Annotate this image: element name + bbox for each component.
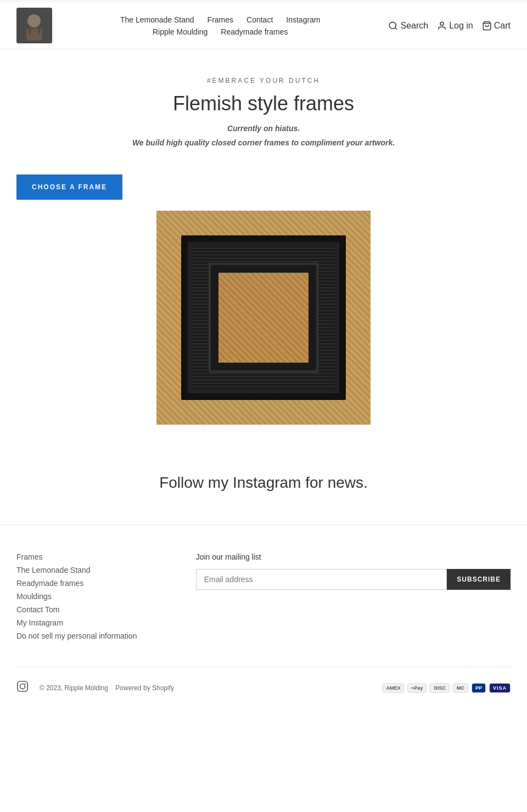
email-input[interactable] xyxy=(196,569,447,590)
main-nav: The Lemonade Stand Frames Contact Instag… xyxy=(120,15,321,36)
footer-grid: Frames The Lemonade Stand Readymade fram… xyxy=(16,552,511,645)
svg-point-1 xyxy=(27,14,41,27)
nav-link-lemonade-stand[interactable]: The Lemonade Stand xyxy=(120,15,194,24)
frame-visual-container xyxy=(181,235,346,400)
instagram-title: Follow my Instagram for news. xyxy=(16,474,511,492)
login-button[interactable]: Log in xyxy=(437,21,473,31)
footer-brand-link[interactable]: Ripple Molding xyxy=(65,684,108,692)
nav-link-readymade-frames[interactable]: Readymade frames xyxy=(221,27,288,36)
footer-link-lemonade-stand[interactable]: The Lemonade Stand xyxy=(16,566,174,574)
hero-title: Flemish style frames xyxy=(16,92,511,115)
login-label: Log in xyxy=(449,21,473,31)
payment-amex: AMEX xyxy=(382,683,404,693)
footer-bottom-left: © 2023, Ripple Molding Powered by Shopif… xyxy=(16,680,174,695)
footer-link-frames[interactable]: Frames xyxy=(16,552,174,561)
payment-discover: DISC xyxy=(430,683,450,693)
cart-button[interactable]: Cart xyxy=(482,21,511,31)
svg-point-6 xyxy=(440,22,444,25)
logo-area[interactable] xyxy=(16,8,52,43)
nav-link-frames[interactable]: Frames xyxy=(208,15,233,24)
footer-mailing-col: Join our mailing list SUBSCRIBE xyxy=(196,552,511,645)
payment-visa: VISA xyxy=(489,683,511,693)
email-form: SUBSCRIBE xyxy=(196,569,511,590)
user-icon xyxy=(437,21,447,31)
svg-point-10 xyxy=(25,683,26,684)
svg-rect-4 xyxy=(38,29,40,34)
svg-point-5 xyxy=(390,22,396,29)
frame-image-background xyxy=(156,211,371,425)
subscribe-button[interactable]: SUBSCRIBE xyxy=(447,569,511,590)
svg-point-9 xyxy=(20,684,25,689)
search-label: Search xyxy=(400,21,428,31)
footer-bottom: © 2023, Ripple Molding Powered by Shopif… xyxy=(16,667,511,695)
footer-link-contact-tom[interactable]: Contact Tom xyxy=(16,605,174,614)
payment-mastercard: MC xyxy=(453,683,468,693)
hero-subtitle: #EMBRACE YOUR DUTCH xyxy=(16,77,511,84)
frame-image-section xyxy=(0,205,527,447)
mailing-list-title: Join our mailing list xyxy=(196,552,511,561)
site-header: The Lemonade Stand Frames Contact Instag… xyxy=(0,2,527,49)
frame-inner-area xyxy=(218,273,309,363)
site-footer: Frames The Lemonade Stand Readymade fram… xyxy=(0,525,527,712)
cart-label: Cart xyxy=(494,21,511,31)
hero-section: #EMBRACE YOUR DUTCH Flemish style frames… xyxy=(0,49,527,158)
header-actions: Search Log in Cart xyxy=(388,21,511,31)
footer-link-mouldings[interactable]: Mouldings xyxy=(16,592,174,601)
cart-icon xyxy=(482,21,492,31)
footer-links-col: Frames The Lemonade Stand Readymade fram… xyxy=(16,552,174,645)
footer-link-readymade-frames[interactable]: Readymade frames xyxy=(16,579,174,588)
payment-icons: AMEX ⌁Pay DISC MC PP VISA xyxy=(382,683,511,693)
footer-link-do-not-sell[interactable]: Do not sell my personal information xyxy=(16,631,174,640)
hero-description: We build high quality closed corner fram… xyxy=(16,138,511,147)
nav-row-primary: The Lemonade Stand Frames Contact Instag… xyxy=(120,15,321,24)
svg-rect-8 xyxy=(18,681,27,691)
logo-image xyxy=(16,8,52,43)
footer-powered-by[interactable]: Powered by Shopify xyxy=(115,684,174,692)
instagram-section: Follow my Instagram for news. xyxy=(0,447,527,525)
footer-copyright: © 2023, Ripple Molding Powered by Shopif… xyxy=(40,684,174,692)
svg-rect-3 xyxy=(29,29,31,34)
nav-link-ripple-moulding[interactable]: Ripple Moulding xyxy=(153,27,208,36)
nav-row-secondary: Ripple Moulding Readymade frames xyxy=(153,27,288,36)
nav-link-contact[interactable]: Contact xyxy=(246,15,273,24)
frame-product-image xyxy=(156,211,371,425)
footer-link-my-instagram[interactable]: My Instagram xyxy=(16,618,174,627)
payment-paypal: PP xyxy=(472,683,486,693)
nav-link-instagram[interactable]: Instagram xyxy=(286,15,320,24)
footer-instagram-icon[interactable] xyxy=(16,680,29,695)
search-icon xyxy=(388,21,398,31)
payment-applepay: ⌁Pay xyxy=(407,683,427,693)
hero-status: Currently on hiatus. xyxy=(16,124,511,133)
cta-section: CHOOSE A FRAME xyxy=(0,158,527,205)
choose-frame-button[interactable]: CHOOSE A FRAME xyxy=(16,174,122,200)
search-button[interactable]: Search xyxy=(388,21,428,31)
